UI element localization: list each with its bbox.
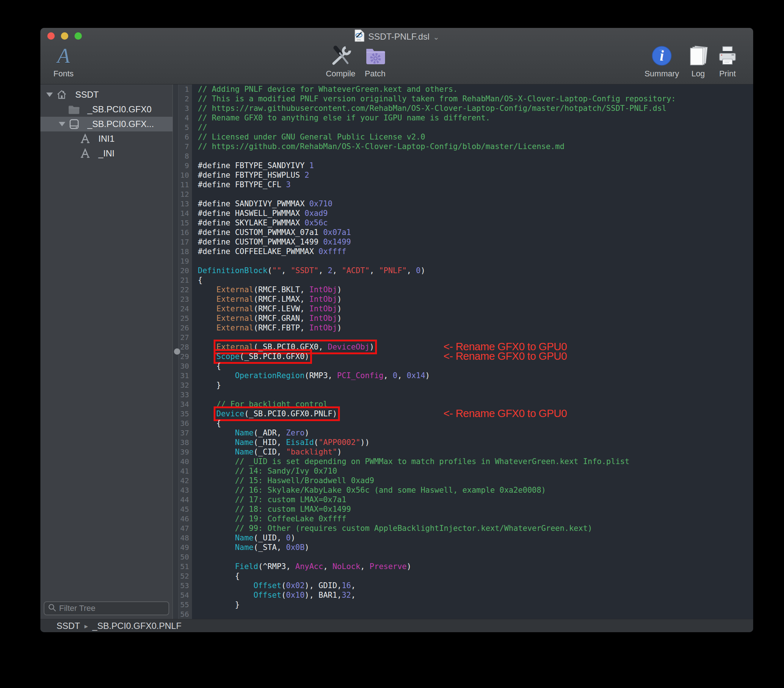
gutter-margin [173, 476, 179, 485]
line-number: 42 [179, 476, 192, 485]
gutter-margin [173, 571, 179, 581]
line-number: 23 [179, 294, 192, 304]
summary-button[interactable]: i Summary [638, 44, 686, 79]
gutter-margin [173, 256, 179, 266]
fonts-label: Fonts [53, 69, 73, 79]
line-number: 35 [179, 409, 192, 419]
tree-item-ssdt[interactable]: SSDT [40, 87, 173, 102]
info-icon: i [651, 44, 672, 68]
gutter-margin [173, 104, 179, 113]
code-line-text: Scope(_SB.PCI0.GFX0) [192, 352, 309, 361]
line-number: 24 [179, 304, 192, 313]
code-line: 17#define CUSTOM_PWMMAX_1499 0x1499 [173, 237, 753, 247]
gutter-margin [173, 333, 179, 342]
rename-highlight-box: Scope(_SB.PCI0.GFX0) [217, 352, 310, 361]
code-line-text: Name(_UID, 0) [192, 533, 295, 543]
line-number: 10 [179, 170, 192, 180]
code-line: 24 External(RMCF.LEVW, IntObj) [173, 304, 753, 313]
rename-highlight-box: Device(_SB.PCI0.GFX0.PNLF) [217, 409, 337, 418]
patch-button[interactable]: Patch [355, 44, 395, 79]
line-number: 47 [179, 523, 192, 533]
gutter-margin [173, 523, 179, 533]
line-number: 52 [179, 571, 192, 581]
acpi-tree: SSDT _SB.PCI0.GFX0 [40, 84, 173, 599]
code-line: 35 Device(_SB.PCI0.GFX0.PNLF)<- Rename G… [173, 409, 753, 419]
code-line: 8 [173, 151, 753, 161]
tree-item-ini1[interactable]: INI1 [40, 132, 173, 146]
code-editor[interactable]: 1// Adding PNLF device for WhateverGreen… [173, 84, 753, 619]
print-button[interactable]: Print [711, 44, 744, 79]
code-line-text [192, 552, 198, 562]
code-line: 39 Name(_CID, "backlight") [173, 447, 753, 457]
code-line: 11#define FBTYPE_CFL 3 [173, 180, 753, 190]
code-line-text: Offset(0x02), GDID,16, [192, 581, 356, 590]
tree-item-sb-pci0-gfx0-device[interactable]: _SB.PCI0.GFX... [40, 117, 173, 132]
code-line-text: Offset(0x10), BAR1,32, [192, 590, 356, 600]
line-number: 43 [179, 485, 192, 495]
code-line: 41 // 14: Sandy/Ivy 0x710 [173, 466, 753, 476]
gutter-margin [173, 228, 179, 237]
gutter-margin [173, 600, 179, 609]
breadcrumb-root[interactable]: SSDT [56, 621, 80, 631]
window-chrome: DSL SSDT-PNLF.dsl ⌄ A Fonts [40, 28, 753, 84]
line-number: 31 [179, 371, 192, 380]
code-line-text: #define FBTYPE_SANDYIVY 1 [192, 161, 314, 170]
line-number: 56 [179, 609, 192, 619]
chevron-down-icon: ⌄ [433, 32, 439, 41]
code-line-text: // [192, 123, 207, 132]
gutter-margin [173, 581, 179, 590]
code-line-text [192, 190, 198, 199]
code-line: 4// Rename GFX0 to anything else if your… [173, 113, 753, 123]
code-line: 53 Offset(0x02), GDID,16, [173, 581, 753, 590]
code-line: 9#define FBTYPE_SANDYIVY 1 [173, 161, 753, 170]
gutter-margin [173, 161, 179, 170]
log-button[interactable]: Log [684, 44, 713, 79]
code-line: 7// https://github.com/RehabMan/OS-X-Clo… [173, 142, 753, 151]
filter-tree-field[interactable] [44, 601, 169, 615]
line-number: 36 [179, 419, 192, 428]
gutter-margin [173, 437, 179, 447]
fonts-button[interactable]: A Fonts [43, 44, 84, 79]
tree-item-sb-pci0-gfx0-scope[interactable]: _SB.PCI0.GFX0 [40, 102, 173, 117]
line-number: 15 [179, 218, 192, 228]
code-line-text: External(RMCF.LEVW, IntObj) [192, 304, 342, 313]
code-line: 47 // 99: Other (requires custom AppleBa… [173, 523, 753, 533]
gutter-margin [173, 457, 179, 466]
line-number: 48 [179, 533, 192, 543]
disclosure-triangle[interactable] [46, 92, 53, 97]
line-number: 55 [179, 600, 192, 609]
gutter-margin [173, 208, 179, 218]
gutter-margin [173, 609, 179, 619]
breadcrumb-node[interactable]: _SB.PCI0.GFX0.PNLF [92, 621, 182, 631]
code-line-text [192, 609, 198, 619]
tree-item-label: INI1 [98, 134, 115, 144]
window-title-proxy[interactable]: DSL SSDT-PNLF.dsl ⌄ [40, 30, 753, 43]
code-line-text: Name(_ADR, Zero) [192, 428, 309, 437]
gutter-margin [173, 304, 179, 313]
breadcrumb-arrow-icon: ▸ [84, 621, 88, 630]
gutter-margin [173, 495, 179, 505]
gutter-margin [173, 543, 179, 552]
code-line-text: External(RMCF.FBTP, IntObj) [192, 323, 342, 333]
code-line-text: // 17: custom LMAX=0x7a1 [192, 495, 346, 505]
code-line-text: } [192, 600, 240, 609]
filter-tree-input[interactable] [59, 604, 165, 613]
printer-icon [717, 44, 738, 68]
line-number: 21 [179, 276, 192, 285]
gutter-margin [173, 218, 179, 228]
code-line: 25 External(RMCF.GRAN, IntObj) [173, 313, 753, 323]
code-line: 52 { [173, 571, 753, 581]
patch-label: Patch [365, 69, 385, 79]
line-number: 7 [179, 142, 192, 151]
line-number: 37 [179, 428, 192, 437]
code-line-text: // 18: custom LMAX=0x1499 [192, 505, 351, 514]
tree-item-ini[interactable]: _INI [40, 146, 173, 161]
gutter-margin [173, 419, 179, 428]
code-line-text: #define SKYLAKE_PWMMAX 0x56c [192, 218, 328, 228]
gutter-margin [173, 466, 179, 476]
gutter-margin [173, 485, 179, 495]
code-line: 51 Field(^RMP3, AnyAcc, NoLock, Preserve… [173, 562, 753, 571]
code-line-text [192, 151, 198, 161]
summary-label: Summary [644, 69, 679, 79]
disclosure-triangle[interactable] [59, 122, 65, 126]
